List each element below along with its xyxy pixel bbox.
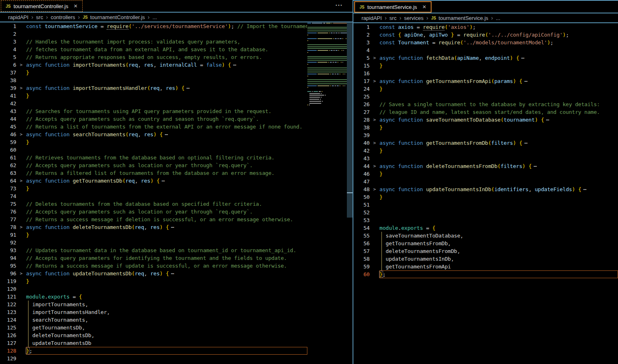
code-text[interactable]: deleteTournamentsFromDb,	[379, 247, 618, 255]
code-line[interactable]: 63// Returns a filtered list of tourname…	[0, 169, 307, 177]
code-text[interactable]: }	[26, 185, 307, 192]
breadcrumb-item[interactable]: src	[36, 14, 43, 20]
code-line[interactable]: 122 importTournaments,	[0, 301, 307, 308]
code-text[interactable]	[26, 100, 307, 107]
code-line[interactable]: 64>async function getTournamentsDb(req, …	[0, 177, 307, 185]
fold-chevron-icon[interactable]: >	[16, 178, 26, 183]
code-line[interactable]: 57 deleteTournamentsFromDb,	[353, 247, 618, 255]
code-line[interactable]: 127 updateTournamentsDb	[0, 339, 307, 347]
code-line[interactable]: 129	[0, 355, 307, 362]
breadcrumb-item[interactable]: rapidAPI	[8, 14, 28, 20]
code-text[interactable]: async function saveTournamentToDatabase(…	[379, 116, 618, 124]
fold-chevron-icon[interactable]: >	[16, 225, 26, 230]
code-text[interactable]: async function getTournamentsFromApi(par…	[379, 77, 618, 85]
code-line[interactable]: 42	[0, 100, 307, 107]
code-text[interactable]	[379, 201, 618, 209]
code-text[interactable]	[379, 46, 618, 54]
code-text[interactable]: async function updateTournamentsInDb(ide…	[379, 185, 618, 193]
code-text[interactable]: importTournamentsHandler,	[26, 308, 307, 316]
code-text[interactable]: }	[379, 170, 618, 178]
code-line[interactable]: 52	[353, 209, 618, 216]
code-line[interactable]: 91}	[0, 231, 307, 239]
fold-chevron-icon[interactable]: >	[370, 140, 379, 146]
fold-chevron-icon[interactable]: >	[16, 62, 26, 68]
code-text[interactable]: };	[379, 270, 618, 278]
code-line[interactable]: 77// Returns a success message if deleti…	[0, 216, 307, 223]
code-text[interactable]	[379, 131, 618, 139]
code-line[interactable]: 125 getTournamentsDb,	[0, 324, 307, 331]
code-line[interactable]: 26// Saves a single tournament to the da…	[353, 100, 618, 108]
code-text[interactable]	[379, 209, 618, 216]
close-icon[interactable]: ✕	[422, 4, 426, 10]
code-line[interactable]: 126 deleteTournamentsDb,	[0, 331, 307, 339]
breadcrumb-item[interactable]: tournamentService.js	[438, 15, 488, 21]
code-line[interactable]: 40>async function getTournamentsFromDb(f…	[353, 139, 618, 147]
scrollbar-slider[interactable]	[347, 22, 353, 218]
breadcrumb-item[interactable]: rapidAPI	[362, 15, 382, 21]
code-line[interactable]: 15}	[353, 62, 618, 70]
code-text[interactable]: // Returns a filtered list of tournament…	[26, 169, 307, 177]
code-text[interactable]	[379, 216, 618, 224]
code-text[interactable]: // Searches for tournaments using API qu…	[26, 107, 307, 115]
vertical-scrollbar[interactable]	[347, 22, 353, 363]
code-text[interactable]	[26, 192, 307, 200]
code-line[interactable]: 42}	[353, 147, 618, 155]
code-line[interactable]: 121module.exports = {	[0, 293, 307, 301]
breadcrumb-item[interactable]: src	[390, 15, 397, 21]
code-text[interactable]: // Returns a list of tournaments from th…	[26, 123, 307, 131]
code-text[interactable]: };	[26, 347, 307, 355]
code-line[interactable]: 44// Accepts query parameters such as co…	[0, 115, 307, 123]
tab-tournamentservice-js[interactable]: JS tournamentService.js ✕	[354, 1, 432, 13]
code-line[interactable]: 62// Accepts query parameters such as lo…	[0, 161, 307, 169]
code-line[interactable]: 119}	[0, 277, 307, 285]
code-text[interactable]	[26, 76, 307, 84]
code-line[interactable]: 75// Deletes tournaments from the databa…	[0, 200, 307, 208]
code-text[interactable]: // league ID and name, latest season sta…	[379, 108, 618, 116]
code-text[interactable]	[26, 285, 307, 293]
code-line[interactable]: 41}	[0, 92, 307, 100]
code-line[interactable]: 3// Handles the tournament import proces…	[0, 38, 307, 46]
code-line[interactable]: 2	[0, 30, 307, 38]
code-text[interactable]: async function updateTournamentsDb(req, …	[26, 270, 307, 277]
code-text[interactable]: // Saves a single tournament to the data…	[379, 100, 618, 108]
code-line[interactable]: 56 getTournamentsFromDb,	[353, 240, 618, 247]
code-text[interactable]	[379, 70, 618, 77]
code-line[interactable]: 78>async function deleteTournamentsDb(re…	[0, 223, 307, 231]
code-text[interactable]: const { apiOne, apiTwo } = require('../.…	[379, 31, 618, 39]
minimap[interactable]	[307, 22, 347, 363]
code-editor-left[interactable]: 1const tournamentService = require('../s…	[0, 22, 353, 363]
code-text[interactable]: const Tournament = require('../models/to…	[379, 39, 618, 46]
code-line[interactable]: 47	[353, 178, 618, 185]
code-line[interactable]: 5// Returns appropriate responses based …	[0, 53, 307, 61]
code-line[interactable]: 38}	[353, 124, 618, 131]
fold-chevron-icon[interactable]: >	[370, 78, 379, 84]
code-text[interactable]: async function deleteTournamentsFromDb(f…	[379, 162, 618, 170]
code-line[interactable]: 43// Searches for tournaments using API …	[0, 107, 307, 115]
code-line[interactable]: 25	[353, 93, 618, 100]
code-line[interactable]: 2const { apiOne, apiTwo } = require('../…	[353, 31, 618, 39]
code-text[interactable]	[379, 178, 618, 185]
code-line[interactable]: 24}	[353, 85, 618, 93]
code-text[interactable]: }	[26, 277, 307, 285]
code-line[interactable]: 5>async function fetchData(apiName, endp…	[353, 54, 618, 62]
code-line[interactable]: 39	[353, 131, 618, 139]
code-line[interactable]: 92	[0, 239, 307, 246]
code-line[interactable]: 4// fetches tournament data from an exte…	[0, 46, 307, 53]
code-line[interactable]: 38	[0, 76, 307, 84]
breadcrumb-item[interactable]: ...	[496, 15, 500, 21]
code-text[interactable]: updateTournamentsDb	[26, 339, 307, 347]
code-line[interactable]: 123 importTournamentsHandler,	[0, 308, 307, 316]
fold-chevron-icon[interactable]: >	[16, 85, 26, 91]
code-text[interactable]: const tournamentService = require('../se…	[26, 22, 307, 30]
code-line[interactable]: 16	[353, 70, 618, 77]
code-text[interactable]	[26, 239, 307, 246]
code-text[interactable]: getTournamentsFromDb,	[379, 240, 618, 247]
code-text[interactable]: async function getTournamentsDb(req, res…	[26, 177, 307, 185]
fold-chevron-icon[interactable]: >	[370, 187, 379, 192]
code-text[interactable]: searchTournaments,	[26, 316, 307, 324]
code-text[interactable]	[379, 93, 618, 100]
code-line[interactable]: 37}	[0, 69, 307, 76]
breadcrumb-item[interactable]: controllers	[51, 14, 75, 20]
code-text[interactable]: // Accepts query parameters for identify…	[26, 254, 307, 262]
code-line[interactable]: 59 getTournamentsFromApi	[353, 263, 618, 270]
